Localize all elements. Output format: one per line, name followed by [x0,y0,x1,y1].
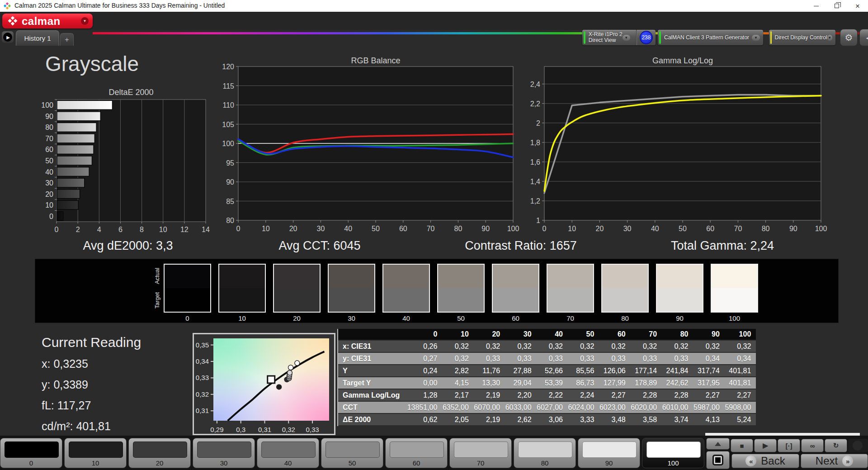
next-chevrons-icon: » [842,456,853,466]
back-label: Back [761,455,785,467]
svg-text:100: 100 [507,225,519,233]
pattern-window-button[interactable] [706,451,730,469]
pattern-tile-40[interactable]: 40 [257,438,319,468]
svg-text:1,6: 1,6 [530,158,540,166]
pattern-swatch [69,442,123,458]
pattern-swatch [133,442,187,458]
svg-text:60: 60 [399,225,407,233]
deltae-bar-100 [57,100,113,109]
svg-text:40: 40 [45,168,53,176]
next-label: Next [816,455,838,467]
history-nav-button[interactable]: ▶ [2,31,14,43]
pattern-swatch [454,442,508,458]
refresh-button[interactable]: ↻ [825,439,847,452]
collapse-panel-icon[interactable]: ◀ [859,29,868,46]
swatch-20 [273,264,321,313]
svg-text:10: 10 [262,225,270,233]
tab-history-1[interactable]: History 1 [16,30,59,46]
swatch-60 [492,264,539,313]
pattern-tile-60[interactable]: 60 [385,438,448,468]
menu-chevron-down-icon[interactable]: ▼ [81,17,89,25]
swatch-level-label: 0 [164,314,211,322]
calman-window: Calman 2025 Calman Ultimate for Business… [0,0,868,470]
pattern-tile-50[interactable]: 50 [321,438,383,468]
cie-chart: 0,350,340,330,320,310,290,30,310,320,33 [193,333,335,435]
pattern-tile-label: 80 [514,459,576,467]
svg-text:95: 95 [226,159,234,167]
close-icon[interactable]: × [847,0,868,12]
display-control-label: Direct Display Control [775,35,827,41]
back-button[interactable]: « Back [731,454,799,468]
stat-avg-cct: Avg CCT: 6045 [278,239,360,253]
pattern-swatch [326,442,380,458]
pattern-generator-dropdown[interactable]: CalMAN Client 3 Pattern Generator ▼ [658,30,763,45]
table-row-7: ΔE 20000,622,052,192,623,063,333,483,583… [338,414,756,426]
stop-button[interactable]: ■ [731,439,753,452]
svg-text:0,32: 0,32 [282,426,295,433]
pattern-swatch [582,442,637,458]
calman-menu-button[interactable]: calman ▼ [2,14,93,28]
pattern-tile-70[interactable]: 70 [449,438,512,468]
disabled-control [848,439,868,452]
expand-up-button[interactable] [706,438,730,450]
svg-text:90: 90 [481,225,490,233]
svg-text:85: 85 [226,198,234,205]
swatch-90 [656,264,703,313]
pattern-tile-label: 100 [642,459,704,467]
minimize-icon[interactable] [806,0,826,12]
play-button[interactable]: ▶ [754,439,777,452]
pattern-tile-0[interactable]: 0 [0,438,62,468]
svg-text:0: 0 [49,213,53,220]
restore-icon[interactable] [826,0,847,12]
pattern-swatch [390,442,444,458]
meter-status-indicator [584,31,585,44]
pattern-tile-80[interactable]: 80 [514,438,576,468]
svg-text:90: 90 [789,225,797,233]
svg-text:10: 10 [159,226,167,233]
table-header-row: 0102030405060708090100 [338,329,756,341]
swatch-30 [328,264,375,313]
swatch-level-label: 60 [492,314,539,322]
svg-text:50: 50 [679,225,687,233]
rgb-balance-chart: RGB Balance80859095100105110115120010203… [217,57,524,241]
display-control-dropdown[interactable]: Direct Display Control ▼ [769,30,835,45]
pattern-tile-label: 10 [65,459,126,467]
add-tab-button[interactable]: + [60,33,74,46]
continuous-button[interactable]: ∞ [801,439,824,452]
meter-dropdown[interactable]: X-Rite i1Pro 2 Direct View ▼ 238 [582,30,656,45]
deltae-bar-0 [57,212,63,221]
tab-row: ▶ History 1 + X-Rite i1Pro 2 Direct View… [0,30,868,46]
pattern-tile-label: 50 [321,459,383,467]
table-row-2: y: CIE310,270,320,330,330,330,330,330,33… [338,353,756,365]
svg-text:6: 6 [118,226,123,233]
meter-reading-badge: 238 [640,31,653,44]
pattern-swatch [518,442,572,458]
pattern-tile-label: 20 [129,459,190,467]
stat-avg-de2000: Avg dE2000: 3,3 [83,239,173,253]
svg-text:80: 80 [454,225,462,233]
pattern-tile-20[interactable]: 20 [128,438,191,468]
next-button[interactable]: Next » [801,454,868,468]
swatch-80 [601,264,649,313]
cie-svg: 0,350,340,330,320,310,290,30,310,320,33 [193,333,335,435]
svg-text:70: 70 [734,225,742,233]
pattern-tile-10[interactable]: 10 [64,438,127,468]
gear-icon[interactable]: ⚙ [840,29,858,46]
measure-button[interactable]: [·] [778,439,800,452]
pattern-tile-label: 0 [0,459,62,467]
svg-text:14: 14 [202,226,210,233]
strip-label-actual: Actual [154,263,160,289]
svg-text:90: 90 [45,113,53,120]
svg-text:60: 60 [706,225,714,233]
measured-point [287,370,292,375]
svg-text:30: 30 [45,179,53,187]
chart-rgb-svg: RGB Balance80859095100105110115120010203… [217,57,524,239]
pattern-tile-100[interactable]: 100 [642,438,704,468]
svg-text:2: 2 [536,119,540,127]
pattern-tile-30[interactable]: 30 [193,438,255,468]
window-icon [712,455,723,465]
svg-text:80: 80 [45,123,53,131]
pattern-tile-90[interactable]: 90 [578,438,640,468]
svg-text:0,34: 0,34 [196,357,209,365]
svg-text:50: 50 [45,157,53,165]
